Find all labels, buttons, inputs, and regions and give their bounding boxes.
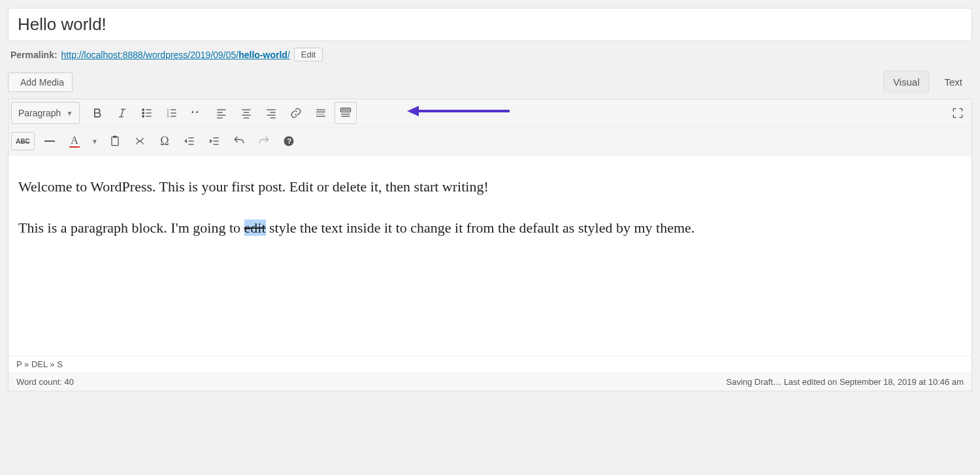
element-path[interactable]: P » DEL » S [8, 355, 972, 372]
svg-text:T: T [114, 139, 116, 144]
fullscreen-button[interactable] [947, 102, 969, 124]
svg-rect-39 [348, 109, 350, 111]
bullet-list-button[interactable] [136, 102, 158, 124]
tab-visual[interactable]: Visual [883, 71, 930, 93]
chevron-down-icon: ▼ [66, 110, 73, 117]
svg-rect-37 [345, 109, 346, 111]
permalink-label: Permalink: [10, 50, 57, 60]
svg-point-7 [142, 112, 144, 114]
svg-rect-38 [347, 109, 348, 111]
toolbar-row-1: Paragraph ▼ 123 [8, 99, 972, 127]
add-media-button[interactable]: Add Media [8, 73, 73, 92]
text-color-dropdown[interactable]: ▼ [88, 130, 101, 152]
chevron-down-icon: ▼ [91, 138, 98, 145]
indent-button[interactable] [203, 130, 225, 152]
arrow-line [418, 110, 510, 112]
bold-button[interactable] [86, 102, 108, 124]
clear-formatting-button[interactable] [129, 130, 151, 152]
permalink-link[interactable]: http://localhost:8888/wordpress/2019/09/… [61, 50, 290, 60]
insert-link-button[interactable] [285, 102, 307, 124]
svg-text:?: ? [287, 137, 292, 145]
svg-point-6 [142, 109, 144, 111]
align-center-button[interactable] [235, 102, 257, 124]
outdent-button[interactable] [178, 130, 201, 152]
svg-rect-43 [114, 136, 117, 138]
post-title-box [8, 8, 972, 41]
word-count: Word count: 40 [16, 377, 74, 387]
paste-as-text-button[interactable]: T [104, 130, 126, 152]
italic-button[interactable] [111, 102, 133, 124]
save-status: Saving Draft… Last edited on September 1… [726, 377, 964, 387]
media-row: Add Media Visual Text [8, 71, 972, 99]
editor-frame: Paragraph ▼ 123 ABC A ▼ T Ω ? [8, 99, 972, 391]
permalink-row: Permalink: http://localhost:8888/wordpre… [8, 41, 972, 71]
insert-more-button[interactable] [310, 102, 332, 124]
editor-tabs: Visual Text [883, 71, 972, 93]
svg-text:3: 3 [167, 114, 169, 118]
format-selector-label: Paragraph [18, 108, 61, 118]
annotation-arrow [407, 106, 510, 116]
special-character-button[interactable]: Ω [154, 130, 176, 152]
permalink-slug: hello-world [238, 50, 287, 60]
undo-button[interactable] [228, 130, 250, 152]
content-paragraph-2[interactable]: This is a paragraph block. I'm going to … [18, 216, 962, 239]
content-p2-after: style the text inside it to change it fr… [266, 220, 695, 236]
tab-text[interactable]: Text [934, 71, 972, 93]
format-selector[interactable]: Paragraph ▼ [11, 102, 80, 124]
permalink-url-prefix: http://localhost:8888/wordpress/2019/09/… [61, 50, 239, 60]
numbered-list-button[interactable]: 123 [161, 102, 183, 124]
blockquote-button[interactable] [186, 102, 208, 124]
toolbar-row-2: ABC A ▼ T Ω ? [8, 127, 972, 156]
strikethrough-abc-button[interactable]: ABC [11, 132, 35, 150]
align-right-button[interactable] [260, 102, 282, 124]
content-paragraph-1[interactable]: Welcome to WordPress. This is your first… [18, 175, 962, 198]
svg-line-5 [122, 109, 123, 117]
arrow-head-icon [407, 106, 419, 116]
svg-rect-36 [344, 109, 345, 111]
text-color-button[interactable]: A [63, 130, 86, 152]
content-p2-selection: edit [244, 220, 266, 236]
content-p2-before: This is a paragraph block. I'm going to [18, 220, 244, 236]
permalink-edit-button[interactable]: Edit [294, 48, 323, 61]
help-button[interactable]: ? [278, 130, 300, 152]
horizontal-rule-button[interactable] [39, 130, 61, 152]
add-media-label: Add Media [20, 77, 64, 88]
svg-point-8 [142, 116, 144, 118]
status-bar: Word count: 40 Saving Draft… Last edited… [8, 372, 972, 391]
svg-rect-35 [342, 109, 343, 111]
editor-content[interactable]: Welcome to WordPress. This is your first… [8, 156, 972, 355]
redo-button[interactable] [253, 130, 275, 152]
toolbar-toggle-button[interactable] [335, 102, 357, 124]
post-title-input[interactable] [16, 14, 964, 35]
align-left-button[interactable] [210, 102, 233, 124]
